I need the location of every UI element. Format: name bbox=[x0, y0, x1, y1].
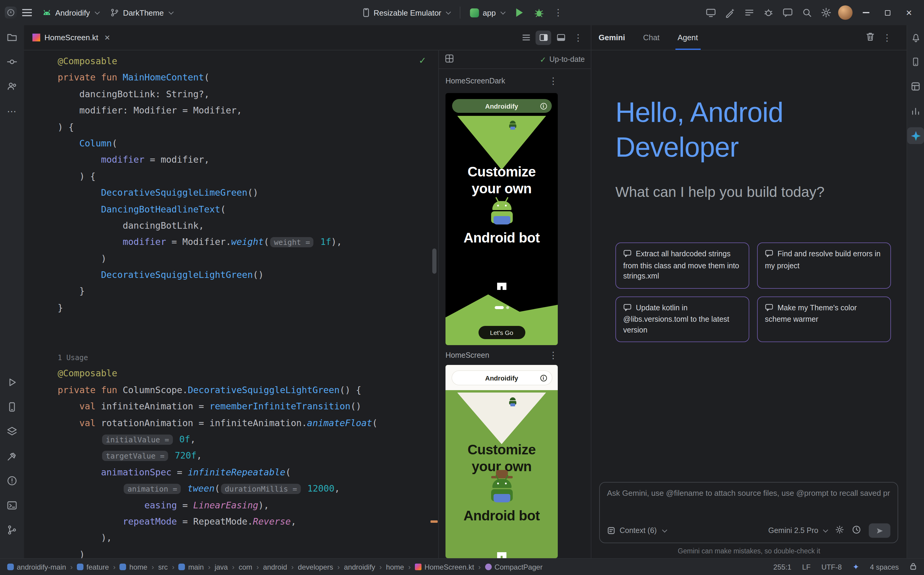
device-manager-button[interactable] bbox=[907, 53, 924, 70]
warning-circle-icon bbox=[6, 475, 17, 486]
layout-inspector-button[interactable] bbox=[907, 78, 924, 95]
notifications-button[interactable] bbox=[907, 29, 924, 46]
breadcrumb-item[interactable]: androidify-main bbox=[7, 563, 66, 571]
build-tool-button[interactable] bbox=[3, 448, 21, 465]
device-mirroring-button[interactable] bbox=[702, 3, 720, 22]
ai-spark-icon[interactable]: ✦ bbox=[852, 562, 859, 572]
breadcrumb-item[interactable]: src bbox=[158, 563, 168, 571]
clear-conversation-button[interactable] bbox=[866, 32, 875, 43]
main-menu-button[interactable] bbox=[18, 3, 36, 22]
gemini-prompt-box[interactable]: Context (6) Gemini 2.5 Pro bbox=[599, 482, 898, 543]
problems-tool-button[interactable] bbox=[3, 472, 21, 489]
preview-build-status[interactable]: ✓ Up-to-date bbox=[540, 55, 585, 64]
maximize-icon bbox=[885, 10, 890, 15]
run-tool-button[interactable] bbox=[3, 374, 21, 391]
code-editor[interactable]: @Composableprivate fun MainHomeContent( … bbox=[24, 51, 438, 558]
tab-homescreen-kt[interactable]: HomeScreen.kt ✕ bbox=[24, 25, 116, 50]
gemini-prompt-input[interactable] bbox=[607, 489, 891, 497]
breadcrumb-item[interactable]: home bbox=[120, 563, 147, 571]
tab-chat[interactable]: Chat bbox=[641, 25, 662, 50]
inspections-ok-icon[interactable]: ✓ bbox=[419, 55, 426, 66]
build-variants-tool-button[interactable] bbox=[3, 423, 21, 440]
project-tool-button[interactable] bbox=[3, 29, 21, 46]
user-profile-button[interactable] bbox=[837, 3, 854, 22]
suggestion-card[interactable]: Make my Theme's color scheme warmer bbox=[757, 296, 891, 342]
window-maximize-button[interactable] bbox=[877, 3, 898, 22]
breadcrumb-item[interactable]: androidify bbox=[344, 563, 375, 571]
search-everywhere-button[interactable] bbox=[798, 3, 816, 22]
terminal-tool-button[interactable] bbox=[3, 497, 21, 514]
breadcrumb-item[interactable]: main bbox=[179, 563, 204, 571]
method-icon bbox=[485, 564, 491, 570]
folder-icon bbox=[6, 32, 17, 43]
preview-options-icon[interactable]: ⋮ bbox=[549, 349, 558, 361]
app-insights-button[interactable] bbox=[907, 103, 924, 119]
more-tool-windows-button[interactable]: ⋯ bbox=[3, 103, 21, 119]
commit-tool-button[interactable] bbox=[3, 53, 21, 70]
line-ending[interactable]: LF bbox=[802, 563, 811, 571]
editor-options-button[interactable]: ⋮ bbox=[570, 30, 586, 45]
run-button[interactable] bbox=[511, 3, 529, 22]
running-devices-tool-button[interactable] bbox=[3, 399, 21, 415]
preview-homescreendark[interactable]: Androidify i Customize your own bbox=[445, 93, 558, 345]
suggestion-card[interactable]: Update kotlin in @libs.versions.toml to … bbox=[615, 296, 749, 342]
breadcrumb-item[interactable]: CompactPager bbox=[485, 563, 542, 571]
breadcrumb-item[interactable]: java bbox=[215, 563, 228, 571]
model-selector[interactable]: Gemini 2.5 Pro bbox=[768, 526, 827, 535]
prompt-history-button[interactable] bbox=[852, 525, 861, 536]
breadcrumb-item[interactable]: HomeScreen.kt bbox=[415, 563, 474, 571]
code-line: ) bbox=[58, 546, 438, 558]
code-line: modifier = Modifier.weight(weight = 1f), bbox=[58, 234, 438, 251]
gemini-options-button[interactable]: ⋮ bbox=[883, 32, 892, 43]
context-selector[interactable]: Context (6) bbox=[607, 526, 666, 535]
breadcrumb-item[interactable]: com bbox=[239, 563, 252, 571]
close-tab-icon[interactable]: ✕ bbox=[104, 33, 110, 42]
window-minimize-button[interactable] bbox=[856, 3, 876, 22]
gear-icon bbox=[821, 7, 832, 18]
settings-button[interactable] bbox=[817, 3, 835, 22]
pull-requests-tool-button[interactable] bbox=[3, 78, 21, 95]
gear-icon bbox=[835, 525, 844, 534]
ai-debug-button[interactable] bbox=[760, 3, 778, 22]
preview-layout-button[interactable] bbox=[445, 54, 454, 65]
editor-preview-view-button[interactable] bbox=[553, 30, 569, 45]
readonly-toggle[interactable] bbox=[910, 562, 917, 572]
chevron-down-icon bbox=[446, 9, 451, 14]
gemini-settings-button[interactable] bbox=[835, 525, 844, 536]
editor-list-view-button[interactable] bbox=[518, 30, 534, 45]
device-selector[interactable]: Resizable Emulator bbox=[357, 5, 455, 20]
suggestion-card[interactable]: Extract all hardcoded strings from this … bbox=[615, 243, 749, 288]
breadcrumb-item[interactable]: feature bbox=[77, 563, 109, 571]
preview-options-icon[interactable]: ⋮ bbox=[549, 76, 558, 86]
gemini-tool-button[interactable] bbox=[907, 127, 924, 144]
debug-button[interactable] bbox=[530, 3, 548, 22]
project-selector[interactable]: Androidify bbox=[37, 6, 104, 19]
suggestion-card[interactable]: Find and resolve build errors in my proj… bbox=[757, 243, 891, 288]
indent-setting[interactable]: 4 spaces bbox=[870, 563, 899, 571]
gemini-actions-button[interactable] bbox=[721, 3, 739, 22]
caret-position[interactable]: 255:1 bbox=[773, 563, 791, 571]
search-icon bbox=[802, 8, 812, 18]
project-name: Androidify bbox=[55, 8, 90, 17]
task-list-button[interactable] bbox=[740, 3, 758, 22]
run-configuration-selector[interactable]: app bbox=[465, 6, 509, 19]
breadcrumb-item[interactable]: android bbox=[263, 563, 287, 571]
branch-name: DarkTheme bbox=[123, 8, 164, 17]
window-close-button[interactable]: ✕ bbox=[899, 3, 919, 22]
version-control-tool-button[interactable] bbox=[3, 522, 21, 538]
tab-agent[interactable]: Agent bbox=[675, 25, 700, 50]
breadcrumb-item[interactable]: home bbox=[386, 563, 404, 571]
preview-toolbar: ✓ Up-to-date bbox=[439, 51, 591, 69]
app-module-icon bbox=[470, 8, 479, 17]
more-actions-button[interactable]: ⋮ bbox=[549, 3, 567, 22]
vcs-branch-selector[interactable]: DarkTheme bbox=[105, 5, 178, 20]
preview-homescreen[interactable]: Androidify i Customize your own bbox=[445, 365, 558, 558]
code-line bbox=[58, 317, 438, 333]
code-review-button[interactable] bbox=[779, 3, 797, 22]
send-button[interactable] bbox=[869, 523, 891, 538]
breadcrumb-item[interactable]: developers bbox=[298, 563, 333, 571]
editor-split-view-button[interactable] bbox=[536, 30, 551, 45]
file-encoding[interactable]: UTF-8 bbox=[821, 563, 842, 571]
editor-scrollbar[interactable] bbox=[432, 248, 436, 274]
preview-scroll-area[interactable]: HomeScreenDark ⋮ Androidify i bbox=[439, 69, 591, 558]
